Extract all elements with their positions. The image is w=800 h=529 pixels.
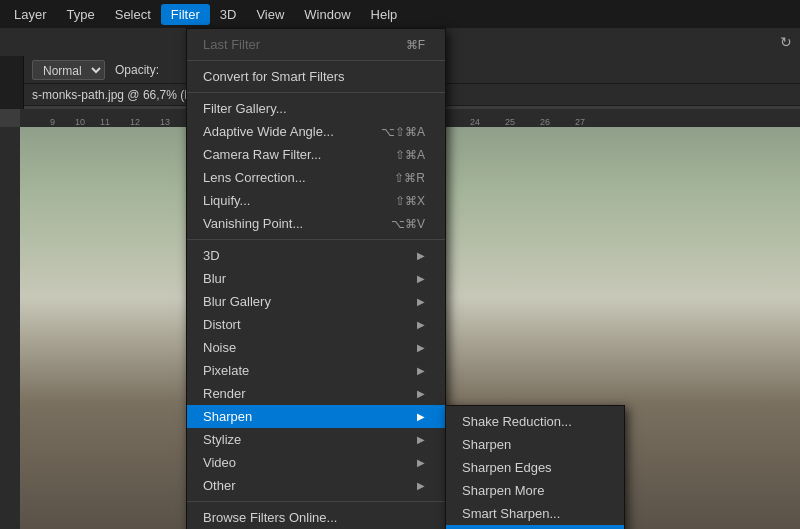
menu-item-blur[interactable]: Blur ▶ (187, 267, 445, 290)
menu-item-convert-smart[interactable]: Convert for Smart Filters (187, 65, 445, 88)
menu-item-sharpen-container: Sharpen ▶ Shake Reduction... Sharpen Sha… (187, 405, 445, 428)
file-tab-name: s-monks-path.jpg @ 66,7% (RGB (32, 88, 210, 102)
menu-select[interactable]: Select (105, 4, 161, 25)
menu-item-vanishing-point[interactable]: Vanishing Point... ⌥⌘V (187, 212, 445, 235)
submenu-unsharp-mask[interactable]: Unsharp Mask... (446, 525, 624, 529)
submenu-sharpen-more[interactable]: Sharpen More (446, 479, 624, 502)
menu-separator-2 (187, 92, 445, 93)
menu-3d[interactable]: 3D (210, 4, 247, 25)
menu-item-camera-raw[interactable]: Camera Raw Filter... ⇧⌘A (187, 143, 445, 166)
menu-filter[interactable]: Filter (161, 4, 210, 25)
menu-item-distort[interactable]: Distort ▶ (187, 313, 445, 336)
blend-mode-select[interactable]: Normal (32, 60, 105, 80)
menu-item-pixelate[interactable]: Pixelate ▶ (187, 359, 445, 382)
menu-separator-3 (187, 239, 445, 240)
opacity-label: Opacity: (115, 63, 159, 77)
menu-separator-4 (187, 501, 445, 502)
menu-layer[interactable]: Layer (4, 4, 57, 25)
menu-item-other[interactable]: Other ▶ (187, 474, 445, 497)
menu-item-video[interactable]: Video ▶ (187, 451, 445, 474)
filter-dropdown-menu: Last Filter ⌘F Convert for Smart Filters… (186, 28, 446, 529)
ruler-vertical (0, 127, 20, 529)
menu-item-adaptive-wide[interactable]: Adaptive Wide Angle... ⌥⇧⌘A (187, 120, 445, 143)
menu-view[interactable]: View (246, 4, 294, 25)
submenu-sharpen[interactable]: Sharpen (446, 433, 624, 456)
menu-separator-1 (187, 60, 445, 61)
refresh-icon[interactable]: ↻ (780, 34, 792, 50)
menu-help[interactable]: Help (361, 4, 408, 25)
menu-item-lens-correction[interactable]: Lens Correction... ⇧⌘R (187, 166, 445, 189)
menubar: Layer Type Select Filter 3D View Window … (0, 0, 800, 28)
menu-item-3d[interactable]: 3D ▶ (187, 244, 445, 267)
menu-item-browse-filters[interactable]: Browse Filters Online... (187, 506, 445, 529)
sharpen-submenu: Shake Reduction... Sharpen Sharpen Edges… (445, 405, 625, 529)
menu-item-liquify[interactable]: Liquify... ⇧⌘X (187, 189, 445, 212)
menu-item-sharpen[interactable]: Sharpen ▶ (187, 405, 445, 428)
menu-type[interactable]: Type (57, 4, 105, 25)
menu-item-render[interactable]: Render ▶ (187, 382, 445, 405)
menu-window[interactable]: Window (294, 4, 360, 25)
menu-item-noise[interactable]: Noise ▶ (187, 336, 445, 359)
menu-item-filter-gallery[interactable]: Filter Gallery... (187, 97, 445, 120)
submenu-sharpen-edges[interactable]: Sharpen Edges (446, 456, 624, 479)
submenu-smart-sharpen[interactable]: Smart Sharpen... (446, 502, 624, 525)
menu-item-stylize[interactable]: Stylize ▶ (187, 428, 445, 451)
menu-item-last-filter[interactable]: Last Filter ⌘F (187, 33, 445, 56)
submenu-shake-reduction[interactable]: Shake Reduction... (446, 410, 624, 433)
menu-item-blur-gallery[interactable]: Blur Gallery ▶ (187, 290, 445, 313)
